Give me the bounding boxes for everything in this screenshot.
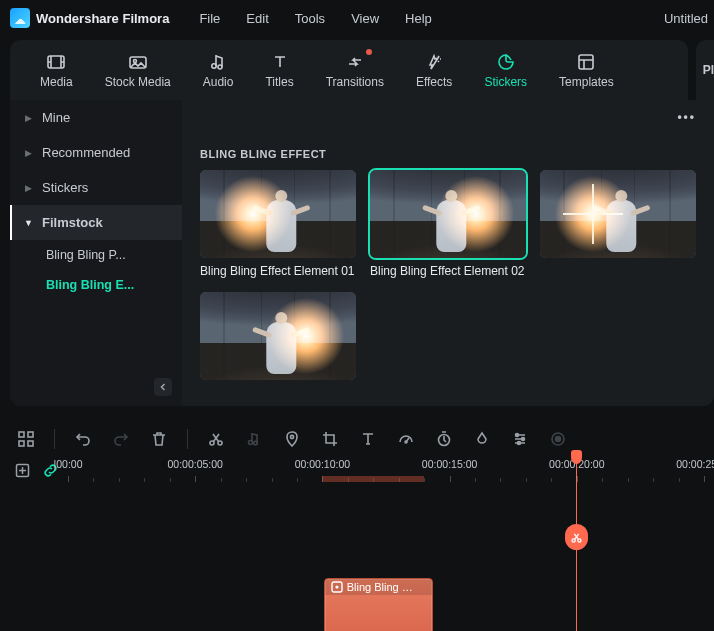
timeline-clip[interactable]: Bling Bling … [324, 578, 433, 631]
playhead[interactable] [576, 458, 577, 631]
svg-rect-6 [19, 432, 24, 437]
menu-file[interactable]: File [199, 11, 220, 26]
playhead-split-button[interactable] [565, 524, 588, 550]
chevron-right-icon: ▶ [24, 183, 32, 193]
delete-icon[interactable] [149, 429, 169, 449]
ruler-timecode: 00:00:25:00 [676, 458, 714, 470]
tab-audio[interactable]: Audio [203, 51, 234, 89]
sidebar: ▶ Mine ▶ Recommended ▶ Stickers ▼ Filmst… [10, 100, 182, 406]
menu-view[interactable]: View [351, 11, 379, 26]
sidebar-item-filmstock[interactable]: ▼ Filmstock [10, 205, 182, 240]
svg-point-17 [516, 434, 519, 437]
add-track-icon[interactable] [14, 462, 30, 478]
svg-point-10 [210, 441, 214, 445]
chevron-down-icon: ▼ [24, 218, 32, 228]
svg-point-11 [218, 441, 222, 445]
audio-icon [207, 51, 229, 73]
thumb-02[interactable] [370, 170, 526, 258]
titlebar: Wondershare Filmora File Edit Tools View… [0, 0, 714, 36]
sidebar-item-label: Mine [42, 110, 70, 125]
clip-type-icon [331, 581, 343, 593]
toolbar-divider [54, 429, 55, 449]
speed-icon[interactable] [396, 429, 416, 449]
thumb-04[interactable] [200, 292, 356, 380]
svg-rect-7 [28, 432, 33, 437]
svg-point-26 [335, 585, 338, 588]
svg-point-19 [518, 442, 521, 445]
tab-templates-label: Templates [559, 75, 614, 89]
effects-icon [423, 51, 445, 73]
clip-label: Bling Bling … [347, 581, 413, 593]
tab-transitions-label: Transitions [326, 75, 384, 89]
record-icon[interactable] [548, 429, 568, 449]
thumb-01[interactable] [200, 170, 356, 258]
adjust-icon[interactable] [510, 429, 530, 449]
thumb-item [200, 292, 356, 386]
tab-media[interactable]: Media [40, 51, 73, 89]
ruler-timecode: 00:00:15:00 [422, 458, 477, 470]
toolbar-divider [187, 429, 188, 449]
titles-icon [269, 51, 291, 73]
crop-icon[interactable] [320, 429, 340, 449]
mode-tabs: Media Stock Media Audio Titles Tran [10, 40, 688, 100]
sidebar-sub-bling-e[interactable]: Bling Bling E... [10, 270, 182, 300]
svg-point-13 [254, 441, 258, 445]
transitions-badge-dot [366, 49, 372, 55]
sidebar-collapse-button[interactable] [154, 378, 172, 396]
undo-icon[interactable] [73, 429, 93, 449]
ruler-timecode: 00:00:10:00 [295, 458, 350, 470]
ruler-timecode: |00:00 [53, 458, 82, 470]
text-icon[interactable] [358, 429, 378, 449]
chevron-right-icon: ▶ [24, 113, 32, 123]
color-icon[interactable] [472, 429, 492, 449]
sidebar-item-recommended[interactable]: ▶ Recommended [10, 135, 182, 170]
gallery-more-button[interactable]: ••• [677, 110, 696, 124]
svg-point-18 [522, 438, 525, 441]
sidebar-item-label: Recommended [42, 145, 130, 160]
svg-rect-5 [579, 55, 593, 69]
svg-rect-9 [28, 441, 33, 446]
tab-stock-media[interactable]: Stock Media [105, 51, 171, 89]
svg-rect-8 [19, 441, 24, 446]
tab-titles[interactable]: Titles [265, 51, 293, 89]
thumb-label: Bling Bling Effect Element 02 [370, 264, 526, 278]
menu-edit[interactable]: Edit [246, 11, 268, 26]
timeline-ruler[interactable]: |00:0000:00:05:0000:00:10:0000:00:15:000… [68, 458, 704, 482]
templates-icon [575, 51, 597, 73]
chevron-right-icon: ▶ [24, 148, 32, 158]
timeline-tracks[interactable]: Bling Bling … 2 [10, 482, 704, 631]
app-logo-icon [10, 8, 30, 28]
stock-media-icon [127, 51, 149, 73]
player-panel-edge: Pl [696, 40, 714, 100]
tab-templates[interactable]: Templates [559, 51, 614, 89]
menu-help[interactable]: Help [405, 11, 432, 26]
thumb-03[interactable] [540, 170, 696, 258]
tab-titles-label: Titles [265, 75, 293, 89]
tab-effects[interactable]: Effects [416, 51, 452, 89]
marker-icon[interactable] [282, 429, 302, 449]
tab-audio-label: Audio [203, 75, 234, 89]
sidebar-item-label: Stickers [42, 180, 88, 195]
sidebar-item-label: Filmstock [42, 215, 103, 230]
sidebar-item-mine[interactable]: ▶ Mine [10, 100, 182, 135]
timer-icon[interactable] [434, 429, 454, 449]
menu-bar: File Edit Tools View Help [199, 11, 431, 26]
document-name[interactable]: Untitled [664, 11, 708, 26]
tab-stickers[interactable]: Stickers [484, 51, 527, 89]
music-note-icon[interactable] [244, 429, 264, 449]
grid-icon[interactable] [16, 429, 36, 449]
sidebar-item-stickers[interactable]: ▶ Stickers [10, 170, 182, 205]
tab-media-label: Media [40, 75, 73, 89]
menu-tools[interactable]: Tools [295, 11, 325, 26]
redo-icon[interactable] [111, 429, 131, 449]
gallery-panel: ••• BLING BLING EFFECT Bling Bling Effec… [182, 100, 714, 406]
timeline-toolbar [10, 420, 704, 458]
transitions-icon [344, 51, 366, 73]
tab-stickers-label: Stickers [484, 75, 527, 89]
split-icon[interactable] [206, 429, 226, 449]
tab-transitions[interactable]: Transitions [326, 51, 384, 89]
sidebar-sub-bling-p[interactable]: Bling Bling P... [10, 240, 182, 270]
tab-stock-media-label: Stock Media [105, 75, 171, 89]
media-icon [45, 51, 67, 73]
ruler-timecode: 00:00:05:00 [167, 458, 222, 470]
